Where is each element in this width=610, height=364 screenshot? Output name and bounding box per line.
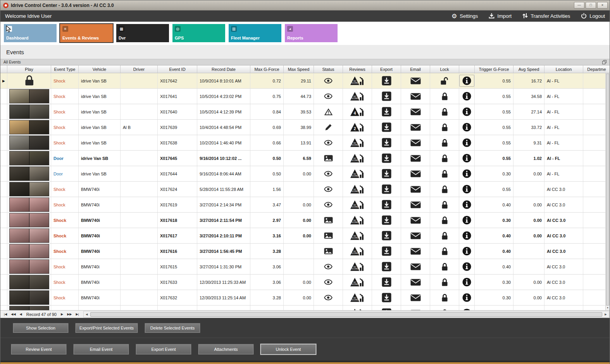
column-header-blank[interactable] <box>0 65 7 73</box>
email-icon[interactable] <box>401 290 430 305</box>
play-cell[interactable] <box>7 228 51 243</box>
reviews-score-icon[interactable]: NOSCORE <box>343 306 372 310</box>
column-header-location[interactable]: Location <box>545 65 583 73</box>
email-icon[interactable] <box>401 166 430 181</box>
export-icon[interactable] <box>372 151 401 166</box>
reviews-score-icon[interactable]: NOSCORE <box>343 89 372 104</box>
status-eye-icon[interactable] <box>314 135 343 150</box>
email-icon[interactable] <box>401 120 430 135</box>
status-eye-icon[interactable] <box>314 275 343 290</box>
event-row[interactable]: ShockBMW740iX0176163/27/2014 1:56:45 PM3… <box>0 244 610 259</box>
maximize-button[interactable]: □ <box>586 2 596 9</box>
event-row[interactable]: ShockBMW740iX0176173/27/2014 2:10:11 PM3… <box>0 228 610 244</box>
export-icon[interactable] <box>372 290 401 305</box>
delete-selected-button[interactable]: Delete Selected Events <box>145 323 200 333</box>
event-row[interactable]: Shockidrive Van SBX01763810/2/2014 1:46:… <box>0 135 610 151</box>
info-icon[interactable] <box>459 135 475 150</box>
export-icon[interactable] <box>372 104 401 119</box>
lock-locked-icon[interactable] <box>430 213 459 228</box>
column-header-event-id[interactable]: Event ID <box>158 65 197 73</box>
lock-locked-icon[interactable] <box>430 244 459 259</box>
email-icon[interactable] <box>401 275 430 290</box>
prev-page-button[interactable]: ◀◀ <box>9 312 17 316</box>
export-icon[interactable] <box>372 135 401 150</box>
play-cell[interactable] <box>7 166 51 181</box>
review-event-button[interactable]: Review Event <box>11 344 67 355</box>
play-cell[interactable] <box>7 89 51 104</box>
column-header-status[interactable]: Status <box>314 65 343 73</box>
event-row[interactable]: ShockBMW740iX0176193/27/2014 2:14:34 PM3… <box>0 197 610 213</box>
reviews-score-icon[interactable]: NOSCORE <box>343 275 372 290</box>
event-row[interactable]: ShockBMW740iX0176245/28/2014 11:55:28 AM… <box>0 182 610 197</box>
reviews-score-icon[interactable]: NOSCORE <box>343 228 372 243</box>
column-header-max-speed[interactable]: Max Speed <box>284 65 314 73</box>
horizontal-scroll-thumb[interactable] <box>90 312 602 317</box>
event-thumbnail[interactable] <box>9 89 49 103</box>
event-thumbnail[interactable] <box>9 151 49 165</box>
info-icon[interactable] <box>459 120 475 135</box>
info-icon[interactable] <box>459 275 475 290</box>
play-cell[interactable] <box>7 259 51 274</box>
event-thumbnail[interactable] <box>9 136 49 150</box>
email-icon[interactable] <box>401 213 430 228</box>
event-thumbnail[interactable] <box>9 167 49 181</box>
play-cell[interactable] <box>7 104 51 119</box>
email-icon[interactable] <box>401 73 430 88</box>
play-cell[interactable] <box>7 120 51 135</box>
event-thumbnail[interactable] <box>9 275 49 289</box>
status-pencil-icon[interactable] <box>314 120 343 135</box>
vertical-scrollbar[interactable]: ▼ <box>605 73 610 310</box>
status-image-icon[interactable] <box>314 151 343 166</box>
tab-gps[interactable]: ◎ GPS <box>172 24 225 42</box>
tab-fleet-manager[interactable]: ▥ Fleet Manager <box>229 24 281 42</box>
event-row[interactable]: ShockBMW740iX01763312/30/2013 11:25:33 A… <box>0 275 610 290</box>
info-icon[interactable] <box>459 290 475 305</box>
tab-events-reviews[interactable]: ≡ Events & Reviews <box>60 24 113 42</box>
play-cell[interactable] <box>7 213 51 228</box>
export-icon[interactable] <box>372 213 401 228</box>
email-icon[interactable] <box>401 135 430 150</box>
reviews-score-icon[interactable]: 2 <box>343 120 372 135</box>
event-thumbnail[interactable] <box>9 213 49 227</box>
lock-unlocked-icon[interactable] <box>430 73 459 88</box>
event-row[interactable]: Shockidrive Van SBX01764010/5/2014 4:12:… <box>0 104 610 120</box>
info-icon[interactable] <box>459 259 475 274</box>
play-cell[interactable] <box>7 182 51 197</box>
lock-locked-icon[interactable] <box>430 135 459 150</box>
tab-dvr[interactable]: ▦ Dvr <box>116 24 169 42</box>
email-event-button[interactable]: Email Event <box>73 344 129 355</box>
import-button[interactable]: Import <box>489 13 512 20</box>
export-icon[interactable] <box>372 73 401 88</box>
export-icon[interactable] <box>372 275 401 290</box>
lock-locked-icon[interactable] <box>430 120 459 135</box>
lock-locked-icon[interactable] <box>430 275 459 290</box>
lock-locked-icon[interactable] <box>430 259 459 274</box>
event-row[interactable]: ShockBMW740iX0176183/27/2014 2:11:54 PM2… <box>0 213 610 228</box>
event-row[interactable]: NOSCORE <box>0 306 610 310</box>
email-icon[interactable] <box>401 151 430 166</box>
first-record-button[interactable]: |◀ <box>2 312 9 316</box>
event-row[interactable]: Shockidrive Van SBAl BX01763910/4/2014 4… <box>0 120 610 135</box>
event-thumbnail[interactable] <box>9 182 49 196</box>
status-warning-icon[interactable] <box>314 104 343 119</box>
email-icon[interactable] <box>401 228 430 243</box>
column-header-reviews[interactable]: Reviews <box>343 65 372 73</box>
reviews-score-icon[interactable]: NOSCORE <box>343 213 372 228</box>
show-selection-button[interactable]: Show Selection <box>13 323 69 333</box>
column-header-event-type[interactable]: Event Type <box>51 65 79 73</box>
minimize-button[interactable]: — <box>574 2 584 9</box>
transfer-activities-button[interactable]: Transfer Activities <box>522 13 570 20</box>
play-cell[interactable] <box>7 244 51 259</box>
unlock-event-button[interactable]: Unlock Event <box>260 344 316 355</box>
tab-reports[interactable]: ◕ Reports <box>285 24 338 42</box>
reviews-score-icon[interactable]: NOSCORE <box>343 182 372 197</box>
column-header-export[interactable]: Export <box>372 65 401 73</box>
reviews-score-icon[interactable]: NOSCORE <box>343 290 372 305</box>
horizontal-scrollbar[interactable]: ◀ ▶ <box>83 311 609 318</box>
email-icon[interactable] <box>401 89 430 104</box>
event-thumbnail[interactable] <box>9 228 49 243</box>
status-eye-icon[interactable] <box>314 166 343 181</box>
reviews-score-icon[interactable]: NOSCORE <box>343 244 372 259</box>
lock-locked-icon[interactable] <box>430 182 459 197</box>
settings-button[interactable]: ⚙ Settings <box>451 13 478 19</box>
